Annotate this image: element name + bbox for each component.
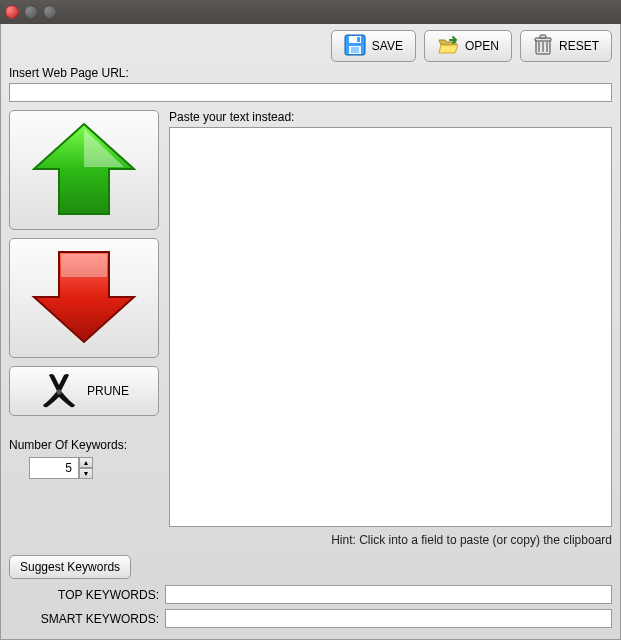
smart-keywords-input[interactable] [165, 609, 612, 628]
toolbar: SAVE OPEN RESET [9, 30, 612, 62]
url-input[interactable] [9, 83, 612, 102]
open-button[interactable]: OPEN [424, 30, 512, 62]
down-arrow-button[interactable] [9, 238, 159, 358]
svg-point-13 [56, 389, 61, 394]
arrow-up-icon [29, 119, 139, 222]
open-label: OPEN [465, 39, 499, 53]
arrow-down-icon [29, 247, 139, 350]
paste-label: Paste your text instead: [169, 110, 612, 124]
hint-text: Hint: Click into a field to paste (or co… [169, 533, 612, 547]
num-keywords-input[interactable] [29, 457, 79, 479]
num-keywords-section: Number Of Keywords: ▲ ▼ [9, 438, 159, 479]
reset-button[interactable]: RESET [520, 30, 612, 62]
smart-keywords-row: SMART KEYWORDS: [9, 609, 612, 628]
window-close-button[interactable] [5, 5, 19, 19]
spinner-up-button[interactable]: ▲ [79, 457, 93, 468]
pruning-shears-icon [39, 371, 79, 412]
top-keywords-input[interactable] [165, 585, 612, 604]
save-icon [344, 34, 366, 59]
window-minimize-button[interactable] [24, 5, 38, 19]
top-keywords-row: TOP KEYWORDS: [9, 585, 612, 604]
suggest-keywords-button[interactable]: Suggest Keywords [9, 555, 131, 579]
save-button[interactable]: SAVE [331, 30, 416, 62]
prune-button[interactable]: PRUNE [9, 366, 159, 416]
left-column: PRUNE Number Of Keywords: ▲ ▼ [9, 110, 159, 547]
url-label: Insert Web Page URL: [9, 66, 612, 80]
paste-textarea[interactable] [169, 127, 612, 527]
spinner-down-button[interactable]: ▼ [79, 468, 93, 479]
titlebar [0, 0, 621, 24]
reset-label: RESET [559, 39, 599, 53]
right-column: Paste your text instead: Hint: Click int… [169, 110, 612, 547]
num-keywords-label: Number Of Keywords: [9, 438, 159, 452]
window-maximize-button[interactable] [43, 5, 57, 19]
window-body: SAVE OPEN RESET Insert Web Page URL: [0, 24, 621, 640]
trash-icon [533, 34, 553, 59]
prune-label: PRUNE [87, 384, 129, 398]
url-section: Insert Web Page URL: [9, 66, 612, 102]
num-keywords-spinner: ▲ ▼ [29, 457, 159, 479]
save-label: SAVE [372, 39, 403, 53]
top-keywords-label: TOP KEYWORDS: [9, 588, 159, 602]
spinner-buttons: ▲ ▼ [79, 457, 93, 479]
smart-keywords-label: SMART KEYWORDS: [9, 612, 159, 626]
main-row: PRUNE Number Of Keywords: ▲ ▼ Paste your… [9, 110, 612, 547]
svg-rect-2 [357, 37, 360, 42]
svg-rect-12 [540, 35, 546, 38]
bottom-section: Suggest Keywords TOP KEYWORDS: SMART KEY… [9, 555, 612, 633]
up-arrow-button[interactable] [9, 110, 159, 230]
folder-open-icon [437, 34, 459, 59]
